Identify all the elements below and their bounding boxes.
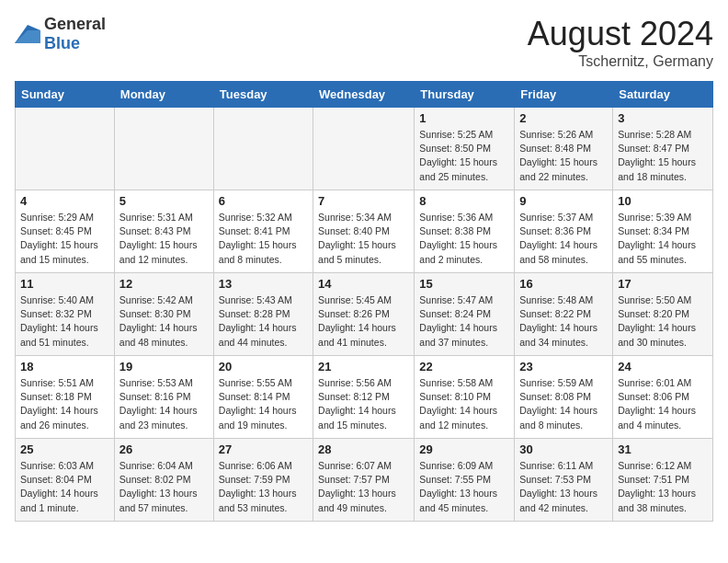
day-cell: 5Sunrise: 5:31 AM Sunset: 8:43 PM Daylig…	[114, 190, 213, 273]
calendar-table: SundayMondayTuesdayWednesdayThursdayFrid…	[15, 81, 713, 522]
day-cell: 17Sunrise: 5:50 AM Sunset: 8:20 PM Dayli…	[613, 273, 713, 356]
day-cell: 24Sunrise: 6:01 AM Sunset: 8:06 PM Dayli…	[613, 356, 713, 439]
week-row-4: 18Sunrise: 5:51 AM Sunset: 8:18 PM Dayli…	[16, 356, 713, 439]
location: Tschernitz, Germany	[528, 53, 713, 70]
title-area: August 2024 Tschernitz, Germany	[528, 15, 713, 70]
day-cell: 14Sunrise: 5:45 AM Sunset: 8:26 PM Dayli…	[313, 273, 415, 356]
day-number: 22	[419, 360, 509, 373]
day-info: Sunrise: 5:45 AM Sunset: 8:26 PM Dayligh…	[318, 293, 409, 350]
svg-marker-1	[15, 30, 40, 43]
day-cell: 25Sunrise: 6:03 AM Sunset: 8:04 PM Dayli…	[16, 439, 115, 522]
day-number: 1	[419, 111, 509, 125]
day-info: Sunrise: 5:42 AM Sunset: 8:30 PM Dayligh…	[119, 293, 209, 350]
day-cell: 11Sunrise: 5:40 AM Sunset: 8:32 PM Dayli…	[16, 273, 115, 356]
day-info: Sunrise: 5:32 AM Sunset: 8:41 PM Dayligh…	[219, 211, 308, 267]
day-info: Sunrise: 5:43 AM Sunset: 8:28 PM Dayligh…	[219, 293, 308, 350]
day-info: Sunrise: 6:06 AM Sunset: 7:59 PM Dayligh…	[219, 459, 308, 515]
week-row-5: 25Sunrise: 6:03 AM Sunset: 8:04 PM Dayli…	[16, 439, 713, 522]
day-cell: 9Sunrise: 5:37 AM Sunset: 8:36 PM Daylig…	[515, 190, 613, 273]
day-cell: 29Sunrise: 6:09 AM Sunset: 7:55 PM Dayli…	[415, 439, 515, 522]
day-info: Sunrise: 5:29 AM Sunset: 8:45 PM Dayligh…	[20, 211, 109, 267]
day-number: 7	[318, 194, 409, 208]
day-cell: 4Sunrise: 5:29 AM Sunset: 8:45 PM Daylig…	[16, 190, 115, 273]
day-cell: 22Sunrise: 5:58 AM Sunset: 8:10 PM Dayli…	[415, 356, 515, 439]
week-row-1: 1Sunrise: 5:25 AM Sunset: 8:50 PM Daylig…	[16, 108, 713, 190]
day-cell: 18Sunrise: 5:51 AM Sunset: 8:18 PM Dayli…	[16, 356, 115, 439]
header-sunday: Sunday	[16, 82, 115, 108]
day-info: Sunrise: 6:04 AM Sunset: 8:02 PM Dayligh…	[119, 459, 209, 515]
day-info: Sunrise: 5:40 AM Sunset: 8:32 PM Dayligh…	[20, 293, 109, 350]
day-cell: 31Sunrise: 6:12 AM Sunset: 7:51 PM Dayli…	[613, 439, 713, 522]
day-number: 28	[318, 442, 409, 456]
day-number: 30	[519, 442, 608, 456]
header-monday: Monday	[114, 82, 213, 108]
day-cell: 23Sunrise: 5:59 AM Sunset: 8:08 PM Dayli…	[515, 356, 613, 439]
day-info: Sunrise: 6:11 AM Sunset: 7:53 PM Dayligh…	[519, 459, 608, 515]
logo-icon	[15, 25, 40, 43]
day-number: 23	[519, 360, 608, 373]
logo-general: General	[44, 15, 106, 33]
day-number: 11	[20, 277, 109, 291]
day-number: 27	[219, 442, 308, 456]
day-info: Sunrise: 5:50 AM Sunset: 8:20 PM Dayligh…	[618, 293, 708, 350]
day-info: Sunrise: 5:36 AM Sunset: 8:38 PM Dayligh…	[419, 211, 509, 267]
day-number: 9	[519, 194, 608, 208]
day-cell: 6Sunrise: 5:32 AM Sunset: 8:41 PM Daylig…	[213, 190, 313, 273]
day-number: 24	[618, 360, 708, 373]
day-info: Sunrise: 5:56 AM Sunset: 8:12 PM Dayligh…	[318, 376, 409, 432]
day-cell: 19Sunrise: 5:53 AM Sunset: 8:16 PM Dayli…	[114, 356, 213, 439]
day-info: Sunrise: 6:12 AM Sunset: 7:51 PM Dayligh…	[618, 459, 708, 515]
day-info: Sunrise: 5:37 AM Sunset: 8:36 PM Dayligh…	[519, 211, 608, 267]
header: General Blue August 2024 Tschernitz, Ger…	[15, 15, 713, 70]
day-info: Sunrise: 5:53 AM Sunset: 8:16 PM Dayligh…	[119, 376, 209, 432]
day-info: Sunrise: 5:39 AM Sunset: 8:34 PM Dayligh…	[618, 211, 708, 267]
day-number: 8	[419, 194, 509, 208]
day-number: 10	[618, 194, 708, 208]
day-number: 26	[119, 442, 209, 456]
header-tuesday: Tuesday	[213, 82, 313, 108]
day-number: 21	[318, 360, 409, 373]
day-number: 14	[318, 277, 409, 291]
logo: General Blue	[15, 15, 106, 53]
day-number: 17	[618, 277, 708, 291]
day-number: 3	[618, 111, 708, 125]
day-info: Sunrise: 5:26 AM Sunset: 8:48 PM Dayligh…	[519, 128, 608, 184]
day-number: 4	[20, 194, 109, 208]
day-info: Sunrise: 5:31 AM Sunset: 8:43 PM Dayligh…	[119, 211, 209, 267]
day-number: 12	[119, 277, 209, 291]
day-cell: 3Sunrise: 5:28 AM Sunset: 8:47 PM Daylig…	[613, 108, 713, 190]
day-number: 2	[519, 111, 608, 125]
week-row-3: 11Sunrise: 5:40 AM Sunset: 8:32 PM Dayli…	[16, 273, 713, 356]
day-number: 20	[219, 360, 308, 373]
header-thursday: Thursday	[415, 82, 515, 108]
day-number: 6	[219, 194, 308, 208]
day-number: 15	[419, 277, 509, 291]
day-cell: 1Sunrise: 5:25 AM Sunset: 8:50 PM Daylig…	[415, 108, 515, 190]
day-info: Sunrise: 6:01 AM Sunset: 8:06 PM Dayligh…	[618, 376, 708, 432]
day-cell: 12Sunrise: 5:42 AM Sunset: 8:30 PM Dayli…	[114, 273, 213, 356]
day-cell	[114, 108, 213, 190]
day-info: Sunrise: 5:55 AM Sunset: 8:14 PM Dayligh…	[219, 376, 308, 432]
day-number: 18	[20, 360, 109, 373]
day-info: Sunrise: 6:03 AM Sunset: 8:04 PM Dayligh…	[20, 459, 109, 515]
day-number: 31	[618, 442, 708, 456]
header-wednesday: Wednesday	[313, 82, 415, 108]
day-number: 29	[419, 442, 509, 456]
day-info: Sunrise: 5:25 AM Sunset: 8:50 PM Dayligh…	[419, 128, 509, 184]
week-row-2: 4Sunrise: 5:29 AM Sunset: 8:45 PM Daylig…	[16, 190, 713, 273]
day-cell: 13Sunrise: 5:43 AM Sunset: 8:28 PM Dayli…	[213, 273, 313, 356]
day-number: 5	[119, 194, 209, 208]
day-cell	[313, 108, 415, 190]
day-cell: 20Sunrise: 5:55 AM Sunset: 8:14 PM Dayli…	[213, 356, 313, 439]
day-info: Sunrise: 5:48 AM Sunset: 8:22 PM Dayligh…	[519, 293, 608, 350]
day-cell: 21Sunrise: 5:56 AM Sunset: 8:12 PM Dayli…	[313, 356, 415, 439]
day-info: Sunrise: 5:34 AM Sunset: 8:40 PM Dayligh…	[318, 211, 409, 267]
day-info: Sunrise: 5:51 AM Sunset: 8:18 PM Dayligh…	[20, 376, 109, 432]
day-cell: 16Sunrise: 5:48 AM Sunset: 8:22 PM Dayli…	[515, 273, 613, 356]
day-cell: 28Sunrise: 6:07 AM Sunset: 7:57 PM Dayli…	[313, 439, 415, 522]
day-info: Sunrise: 5:47 AM Sunset: 8:24 PM Dayligh…	[419, 293, 509, 350]
day-cell: 2Sunrise: 5:26 AM Sunset: 8:48 PM Daylig…	[515, 108, 613, 190]
day-cell: 15Sunrise: 5:47 AM Sunset: 8:24 PM Dayli…	[415, 273, 515, 356]
day-info: Sunrise: 5:28 AM Sunset: 8:47 PM Dayligh…	[618, 128, 708, 184]
logo-blue: Blue	[44, 34, 80, 52]
